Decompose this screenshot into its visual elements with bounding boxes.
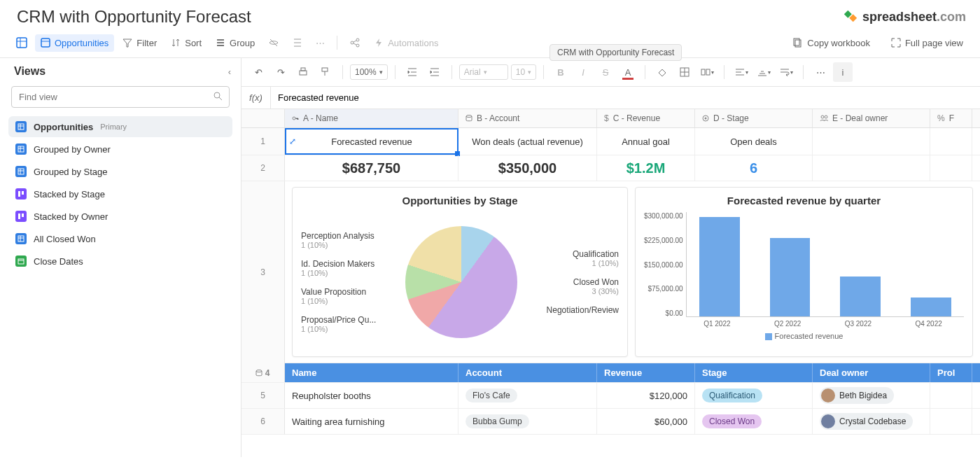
- align-v-button[interactable]: ▾: [754, 62, 774, 82]
- indent-increase-button[interactable]: [425, 62, 444, 82]
- cell-F1[interactable]: [930, 128, 972, 155]
- grid-view-icon[interactable]: [11, 34, 32, 52]
- col-header-A[interactable]: A - Name: [285, 109, 458, 127]
- expand-row-icon[interactable]: ⤢: [289, 136, 296, 146]
- cell-C1[interactable]: Annual goal: [597, 128, 695, 155]
- redo-button[interactable]: ↷: [271, 62, 290, 82]
- col-header-C[interactable]: $C - Revenue: [597, 109, 695, 127]
- th-prob[interactable]: Prol: [930, 363, 972, 382]
- view-item-grouped-by-owner[interactable]: Grouped by Owner: [8, 139, 232, 160]
- col-header-D[interactable]: D - Stage: [695, 109, 813, 127]
- hide-fields-button[interactable]: [263, 34, 284, 52]
- account-pill[interactable]: Bubba Gump: [465, 414, 529, 428]
- cell-owner[interactable]: Crystal Codebase: [813, 409, 930, 434]
- owner-chip[interactable]: Beth Bigidea: [820, 387, 894, 404]
- more-format-button[interactable]: ⋯: [811, 62, 830, 82]
- bold-button[interactable]: B: [551, 62, 570, 82]
- stage-pill[interactable]: Qualification: [702, 388, 762, 402]
- cell-F2[interactable]: [930, 155, 972, 181]
- brand-logo[interactable]: spreadsheet.com: [843, 9, 966, 24]
- row-header-4[interactable]: 4: [241, 363, 285, 382]
- cell-E2[interactable]: [813, 155, 930, 181]
- row-header-2[interactable]: 2: [241, 155, 285, 181]
- align-h-button[interactable]: ▾: [732, 62, 751, 82]
- copy-workbook-button[interactable]: Copy workbook: [788, 34, 876, 52]
- cell-D2[interactable]: 6: [695, 155, 813, 181]
- font-size-dropdown[interactable]: 10 ▾: [511, 64, 536, 80]
- fill-color-button[interactable]: [652, 62, 672, 82]
- cell-name[interactable]: Reupholster booths: [285, 383, 458, 408]
- more-button[interactable]: ⋯: [311, 34, 330, 52]
- strikethrough-button[interactable]: S: [596, 62, 615, 82]
- th-revenue[interactable]: Revenue: [597, 363, 695, 382]
- cell-E1[interactable]: [813, 128, 930, 155]
- owner-chip[interactable]: Crystal Codebase: [820, 413, 913, 430]
- automations-button[interactable]: Automations: [368, 34, 444, 52]
- cell-account[interactable]: Flo's Cafe: [458, 383, 597, 408]
- th-account[interactable]: Account: [458, 363, 597, 382]
- group-button[interactable]: Group: [210, 34, 260, 52]
- view-item-close-dates[interactable]: Close Dates: [8, 251, 232, 272]
- search-views-input[interactable]: [11, 86, 230, 108]
- cell-stage[interactable]: Qualification: [695, 383, 813, 408]
- cell-D1[interactable]: Open deals: [695, 128, 813, 155]
- undo-button[interactable]: ↶: [248, 62, 268, 82]
- cell-A2[interactable]: $687,750: [285, 155, 458, 181]
- view-item-opportunities[interactable]: Opportunities Primary: [8, 116, 232, 137]
- wrap-button[interactable]: ▾: [776, 62, 796, 82]
- col-header-E[interactable]: E - Deal owner: [813, 109, 930, 127]
- cell-C2[interactable]: $1.2M: [597, 155, 695, 181]
- th-name[interactable]: Name: [285, 363, 458, 382]
- svg-rect-36: [322, 68, 328, 71]
- text-color-button[interactable]: A: [618, 62, 638, 82]
- view-item-stacked-by-stage[interactable]: Stacked by Stage: [8, 183, 232, 204]
- row-header-1[interactable]: 1: [241, 128, 285, 155]
- th-owner[interactable]: Deal owner: [813, 363, 930, 382]
- cell-B2[interactable]: $350,000: [458, 155, 597, 181]
- account-pill[interactable]: Flo's Cafe: [465, 388, 517, 402]
- table-row[interactable]: 6 Waiting area furnishing Bubba Gump $60…: [241, 409, 980, 435]
- cell-prob[interactable]: [930, 409, 972, 434]
- cell-A1[interactable]: ⤢Forecasted revenue: [285, 128, 458, 155]
- cell-name[interactable]: Waiting area furnishing: [285, 409, 458, 434]
- cell-revenue[interactable]: $60,000: [597, 409, 695, 434]
- sort-button[interactable]: Sort: [165, 34, 207, 52]
- cell-account[interactable]: Bubba Gump: [458, 409, 597, 434]
- cell-owner[interactable]: Beth Bigidea: [813, 383, 930, 408]
- bar-chart-card[interactable]: Forecasted revenue by quarter $300,000.0…: [635, 187, 973, 357]
- tab-opportunities[interactable]: Opportunities: [35, 34, 114, 52]
- row-height-button[interactable]: [287, 34, 308, 52]
- table-row[interactable]: 5 Reupholster booths Flo's Cafe $120,000…: [241, 383, 980, 409]
- spreadsheet-grid[interactable]: A - Name B - Account $C - Revenue D - St…: [241, 109, 980, 457]
- collapse-sidebar-button[interactable]: ‹: [228, 66, 231, 77]
- merge-button[interactable]: ▾: [697, 62, 717, 82]
- row-header-3[interactable]: 3: [241, 181, 285, 363]
- print-button[interactable]: [293, 62, 313, 82]
- view-item-stacked-by-owner[interactable]: Stacked by Owner: [8, 206, 232, 227]
- pie-chart-card[interactable]: Opportunities by Stage Perception Analys…: [292, 187, 628, 357]
- cell-revenue[interactable]: $120,000: [597, 383, 695, 408]
- col-header-F[interactable]: %F: [930, 109, 972, 127]
- row-header[interactable]: 5: [241, 383, 285, 408]
- cell-B1[interactable]: Won deals (actual revenue): [458, 128, 597, 155]
- cell-prob[interactable]: [930, 383, 972, 408]
- th-stage[interactable]: Stage: [695, 363, 813, 382]
- formula-input[interactable]: [271, 87, 980, 108]
- view-item-grouped-by-stage[interactable]: Grouped by Stage: [8, 161, 232, 182]
- share-button[interactable]: [344, 34, 365, 52]
- zoom-dropdown[interactable]: 100% ▾: [350, 64, 388, 80]
- fullpage-button[interactable]: Full page view: [886, 34, 969, 52]
- info-button[interactable]: i: [833, 62, 853, 82]
- italic-button[interactable]: I: [573, 62, 593, 82]
- paint-format-button[interactable]: [316, 62, 335, 82]
- cell-stage[interactable]: Closed Won: [695, 409, 813, 434]
- col-header-B[interactable]: B - Account: [458, 109, 597, 127]
- font-dropdown[interactable]: Arial ▾: [459, 64, 508, 80]
- indent-decrease-button[interactable]: [402, 62, 422, 82]
- stage-pill[interactable]: Closed Won: [702, 414, 762, 428]
- corner-cell[interactable]: [241, 109, 285, 127]
- view-item-all-closed-won[interactable]: All Closed Won: [8, 228, 232, 249]
- row-header[interactable]: 6: [241, 409, 285, 434]
- filter-button[interactable]: Filter: [117, 34, 162, 52]
- borders-button[interactable]: [675, 62, 694, 82]
